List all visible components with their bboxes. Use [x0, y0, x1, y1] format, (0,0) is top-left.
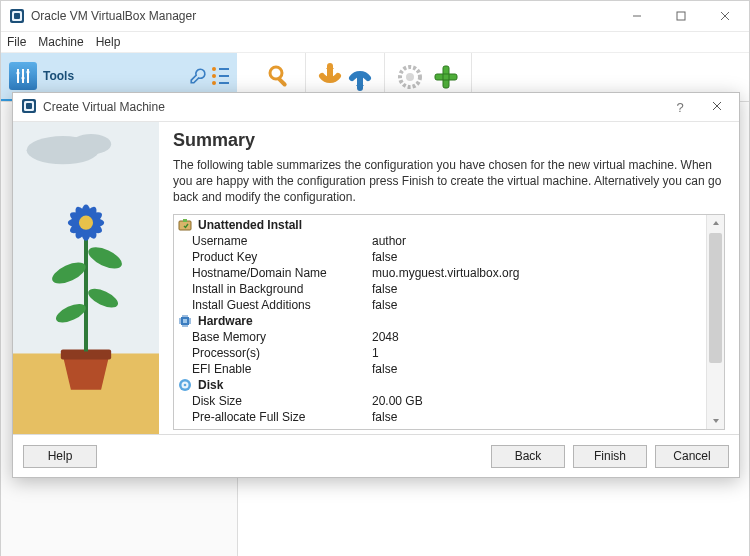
virtualbox-logo-icon — [9, 8, 25, 24]
section-title: Disk — [198, 378, 223, 392]
help-button[interactable]: Help — [23, 445, 97, 468]
table-row: Base Memory2048 — [174, 329, 706, 345]
svg-point-9 — [26, 70, 29, 73]
virtualbox-logo-icon — [21, 98, 37, 117]
wizard-illustration — [13, 122, 159, 434]
summary-table: Unattended Install Usernameauthor Produc… — [173, 214, 725, 430]
table-row: Pre-allocate Full Sizefalse — [174, 409, 706, 425]
svg-point-10 — [270, 67, 282, 79]
svg-point-23 — [71, 134, 111, 154]
table-row: Product Keyfalse — [174, 249, 706, 265]
wrench-icon[interactable] — [189, 67, 207, 85]
svg-rect-5 — [22, 69, 24, 83]
table-row: Hostname/Domain Namemuo.myguest.virtualb… — [174, 265, 706, 281]
tools-icon — [9, 62, 37, 90]
close-button[interactable] — [703, 2, 747, 30]
chip-icon — [178, 314, 192, 328]
preferences-icon[interactable] — [265, 62, 295, 92]
svg-rect-20 — [26, 103, 32, 109]
svg-point-8 — [21, 76, 24, 79]
section-title: Hardware — [198, 314, 253, 328]
svg-rect-4 — [17, 69, 19, 83]
table-row: Usernameauthor — [174, 233, 706, 249]
main-titlebar: Oracle VM VirtualBox Manager — [1, 1, 749, 32]
section-title: Unattended Install — [198, 218, 302, 232]
table-row: EFI Enablefalse — [174, 361, 706, 377]
svg-rect-2 — [14, 13, 20, 19]
summary-description: The following table summarizes the confi… — [173, 157, 725, 206]
dialog-body: Summary The following table summarizes t… — [13, 122, 739, 434]
scrollbar-thumb[interactable] — [709, 233, 722, 363]
summary-scrollbar[interactable] — [706, 215, 724, 429]
table-row: Install in Backgroundfalse — [174, 281, 706, 297]
table-row: Processor(s)1 — [174, 345, 706, 361]
menu-help[interactable]: Help — [96, 35, 121, 49]
dialog-titlebar: Create Virtual Machine ? — [13, 93, 739, 122]
scrollbar-up-icon[interactable] — [707, 215, 724, 232]
section-unattended-install: Unattended Install — [174, 217, 706, 233]
menu-bar: File Machine Help — [1, 32, 749, 53]
maximize-button[interactable] — [659, 2, 703, 30]
svg-rect-37 — [179, 221, 191, 230]
package-install-icon — [178, 218, 192, 232]
menu-file[interactable]: File — [7, 35, 26, 49]
dialog-main: Summary The following table summarizes t… — [159, 122, 739, 434]
cancel-button[interactable]: Cancel — [655, 445, 729, 468]
create-vm-dialog: Create Virtual Machine ? — [12, 92, 740, 478]
section-hardware: Hardware — [174, 313, 706, 329]
summary-table-content: Unattended Install Usernameauthor Produc… — [174, 215, 706, 429]
tools-tab-controls — [189, 67, 237, 85]
svg-point-7 — [16, 71, 19, 74]
section-disk: Disk — [174, 377, 706, 393]
menu-machine[interactable]: Machine — [38, 35, 83, 49]
svg-point-13 — [406, 73, 414, 81]
table-row: Install Guest Additionsfalse — [174, 297, 706, 313]
dialog-title: Create Virtual Machine — [43, 100, 165, 114]
new-vm-gear-icon[interactable] — [395, 62, 425, 92]
list-icon[interactable] — [211, 67, 229, 85]
summary-heading: Summary — [173, 130, 725, 151]
svg-rect-39 — [183, 319, 187, 323]
window-title: Oracle VM VirtualBox Manager — [31, 9, 196, 23]
export-icon[interactable] — [346, 62, 374, 92]
dialog-help-icon[interactable]: ? — [663, 100, 697, 115]
minimize-button[interactable] — [615, 2, 659, 30]
import-icon[interactable] — [316, 62, 344, 92]
scrollbar-down-icon[interactable] — [707, 412, 724, 429]
svg-point-42 — [184, 383, 187, 386]
dialog-footer: Help Back Finish Cancel — [13, 434, 739, 477]
svg-rect-3 — [677, 12, 685, 20]
dialog-close-button[interactable] — [697, 100, 737, 114]
table-row: Disk Size20.00 GB — [174, 393, 706, 409]
back-button[interactable]: Back — [491, 445, 565, 468]
finish-button[interactable]: Finish — [573, 445, 647, 468]
svg-rect-15 — [435, 74, 457, 80]
add-vm-icon[interactable] — [431, 62, 461, 92]
disk-icon — [178, 378, 192, 392]
tools-label: Tools — [43, 69, 74, 83]
svg-point-36 — [79, 216, 93, 230]
